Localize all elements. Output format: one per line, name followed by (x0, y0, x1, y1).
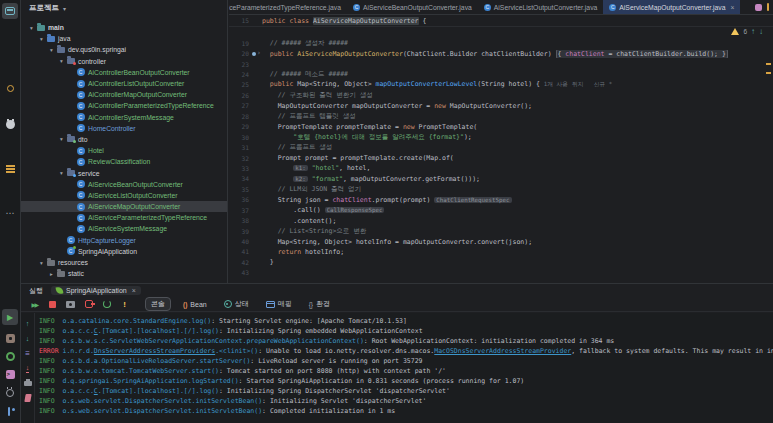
run-tool-button[interactable] (2, 309, 18, 325)
editor[interactable]: AiServiceParameterizedTypeReference.java… (229, 0, 773, 283)
chevron-down-icon[interactable]: ▾ (57, 136, 66, 142)
line-number: 38 (229, 217, 249, 224)
alert-button[interactable] (119, 298, 130, 310)
project-tree-item[interactable]: ▾controller (21, 56, 227, 67)
commit-icon (7, 85, 14, 92)
run-icon (7, 313, 13, 322)
project-tree-item[interactable]: ▸static (21, 268, 227, 279)
project-tree-item[interactable]: ▾dev.qus0in.springai (21, 44, 227, 55)
notifications-button[interactable] (767, 3, 769, 13)
print-button[interactable] (22, 378, 34, 388)
view-tab[interactable]: 매핑 (261, 298, 297, 310)
run-toolbar: 콘솔Bean상태매핑환경 (21, 297, 773, 312)
project-tool-button[interactable] (2, 3, 18, 19)
token: , hotel, (339, 164, 370, 172)
services-tool-button[interactable] (2, 330, 18, 346)
chevron-down-icon[interactable]: ▾ (57, 58, 66, 64)
console-line: INFO o.s.web.servlet.DispatcherServlet.i… (39, 407, 773, 417)
fold-marker-icon[interactable]: › (257, 50, 261, 57)
token: // LLM의 JSON 출력 얻기 (262, 185, 361, 193)
commit-tool-button[interactable] (2, 80, 18, 96)
view-tab[interactable]: Bean (178, 300, 212, 309)
terminal-tool-button[interactable] (2, 366, 18, 382)
scroll-to-end-button[interactable] (22, 363, 34, 373)
stop-button[interactable] (47, 298, 58, 310)
chevron-down-icon[interactable]: ▾ (37, 260, 46, 266)
more-tool-button[interactable] (2, 205, 18, 221)
rerun-button[interactable] (29, 298, 40, 310)
project-tree-item[interactable]: ▾java (21, 33, 227, 44)
code-line: 28 // 프롬프트 템플릿 생성 (229, 111, 773, 121)
github-tool-button[interactable] (2, 116, 18, 132)
next-warning-icon[interactable]: ↓ (759, 27, 763, 36)
view-tab[interactable]: 콘솔 (145, 297, 171, 311)
line-number: 29 (229, 123, 249, 130)
editor-tab[interactable]: AiServiceListOutputConverter.java (478, 0, 604, 14)
editor-tab[interactable]: AiServiceBeanOutputConverter.java (347, 0, 478, 14)
inlay-hint[interactable]: CallResponseSpec (325, 207, 385, 213)
project-tree-item[interactable]: ▾resources (21, 257, 227, 268)
restart-button[interactable] (101, 298, 112, 310)
folded-code[interactable]: { chatClient = chatClientBuilder.build()… (556, 50, 728, 58)
project-tree-item[interactable]: AiControllerParameterizedTypeReference (21, 100, 227, 111)
run-config-tab[interactable]: SpringAiApplication × (51, 286, 141, 295)
project-tree-item[interactable]: AiControllerListOutputConverter (21, 78, 227, 89)
clear-button[interactable] (22, 393, 34, 403)
view-tab[interactable]: 상태 (219, 298, 254, 310)
structure-tool-button[interactable] (2, 161, 18, 177)
code-line: 39 // List<String>으로 변환 (229, 226, 773, 236)
token: .[Tomcat].[localhost].[/].log() (98, 387, 219, 395)
build-tool-button[interactable] (2, 348, 18, 364)
problems-tool-button[interactable] (2, 385, 18, 401)
inspections-widget[interactable]: 6 ↑ ↓ (731, 27, 763, 36)
chevron-down-icon[interactable]: ▾ (27, 25, 36, 31)
soft-wrap-button[interactable] (22, 348, 34, 358)
inlay-hint[interactable]: ChatClientRequestSpec (434, 197, 511, 203)
project-tree-item[interactable]: ▾main (21, 22, 227, 33)
view-tab[interactable]: 환경 (304, 298, 335, 310)
code-line: 32 Prompt prompt = promptTemplate.create… (229, 153, 773, 163)
console-output[interactable]: INFO o.a.catalina.core.StandardEngine.lo… (35, 313, 773, 423)
project-tree-item[interactable]: AiServiceParameterizedTypeReference (21, 212, 227, 223)
chevron-down-icon[interactable]: ▾ (47, 47, 56, 53)
project-tree-item[interactable]: HomeController (21, 123, 227, 134)
exit-button[interactable] (83, 298, 94, 310)
thread-dump-button[interactable] (65, 298, 76, 310)
view-tab-label: 환경 (316, 299, 330, 309)
inlay-hint[interactable]: k2: (293, 176, 307, 182)
chevron-right-icon[interactable]: ▸ (47, 271, 56, 277)
git-branch-tool-button[interactable] (2, 403, 18, 419)
project-tree-item[interactable]: AiServiceListOutputConverter (21, 190, 227, 201)
code-area[interactable]: 19 // ##### 생성자 #####20› public AiServic… (229, 26, 773, 283)
editor-tab-label: AiServiceBeanOutputConverter.java (363, 4, 472, 11)
chevron-down-icon[interactable]: ▾ (63, 5, 66, 12)
project-tree-item[interactable]: Hotel (21, 145, 227, 156)
project-tree-item[interactable]: HttpCaptureLogger (21, 235, 227, 246)
ai-assistant-button[interactable] (755, 4, 762, 13)
token: public class (262, 17, 313, 25)
mappings-icon (266, 301, 275, 308)
project-tree-item[interactable]: ReviewClassification (21, 156, 227, 167)
project-tree-item[interactable]: AiServiceBeanOutputConverter (21, 179, 227, 190)
close-icon[interactable]: × (132, 287, 136, 294)
project-tree-item[interactable]: AiControllerMapOutputConverter (21, 89, 227, 100)
inlay-hint[interactable]: k1: (293, 165, 307, 171)
chevron-down-icon[interactable]: ▾ (37, 36, 46, 42)
chevron-down-icon[interactable]: ▾ (57, 170, 66, 176)
up-button[interactable] (22, 318, 34, 328)
project-tree-item[interactable]: ▾dto (21, 134, 227, 145)
project-tree-item[interactable]: SpringAiApplication (21, 246, 227, 257)
project-tree-item[interactable]: AiControllerSystemMessage (21, 112, 227, 123)
down-button[interactable] (22, 333, 34, 343)
project-tree-item[interactable]: AiServiceMapOutputConverter (21, 201, 227, 212)
spring-bean-icon[interactable] (252, 52, 256, 56)
prev-warning-icon[interactable]: ↑ (751, 27, 755, 36)
project-tree-item[interactable]: ▾service (21, 167, 227, 178)
close-icon[interactable]: × (731, 4, 735, 11)
project-tree-item[interactable]: AiServiceSystemMessage (21, 223, 227, 234)
services-icon (6, 334, 15, 343)
editor-tab[interactable]: AiServiceParameterizedTypeReference.java (229, 0, 347, 14)
line-number: 24 (229, 71, 249, 78)
project-tree-item[interactable]: AiControllerBeanOutputConverter (21, 67, 227, 78)
editor-tab[interactable]: AiServiceMapOutputConverter.java× (603, 0, 740, 14)
